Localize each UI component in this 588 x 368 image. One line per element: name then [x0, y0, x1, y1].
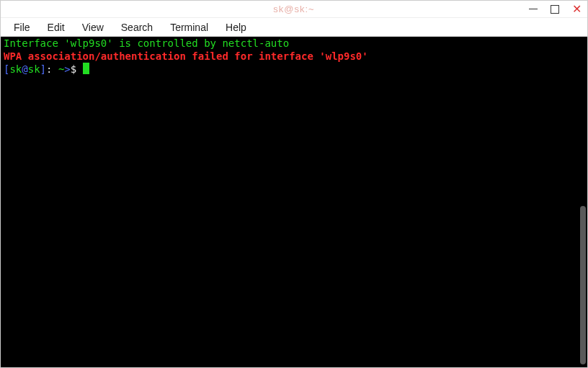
prompt-bracket: ]: [40, 63, 46, 75]
prompt-user: sk: [9, 63, 22, 75]
menu-edit[interactable]: Edit: [40, 20, 72, 35]
prompt-host: sk: [28, 63, 40, 75]
menu-file[interactable]: File: [6, 20, 37, 35]
window-controls: ✕: [527, 3, 583, 16]
prompt-sep: :: [46, 63, 58, 75]
close-button[interactable]: ✕: [570, 3, 583, 16]
terminal-area[interactable]: Interface 'wlp9s0' is controlled by netc…: [1, 37, 587, 367]
terminal-content: Interface 'wlp9s0' is controlled by netc…: [1, 37, 587, 76]
window-title: sk@sk:~: [273, 4, 314, 14]
output-line: Interface 'wlp9s0' is controlled by netc…: [4, 37, 289, 49]
prompt-at: @: [22, 63, 27, 75]
menubar: File Edit View Search Terminal Help: [1, 18, 587, 37]
minimize-button[interactable]: [527, 3, 540, 16]
error-line: WPA association/authentication failed fo…: [4, 50, 368, 62]
prompt-arrow: >: [64, 63, 70, 75]
menu-search[interactable]: Search: [114, 20, 160, 35]
menu-view[interactable]: View: [75, 20, 111, 35]
menu-terminal[interactable]: Terminal: [163, 20, 215, 35]
terminal-window: sk@sk:~ ✕ File Edit View Search Terminal…: [0, 0, 588, 368]
cursor-icon: [83, 63, 89, 74]
scrollbar[interactable]: [580, 206, 586, 364]
menu-help[interactable]: Help: [218, 20, 254, 35]
maximize-button[interactable]: [548, 3, 561, 16]
prompt-dollar: $: [71, 63, 83, 75]
titlebar: sk@sk:~ ✕: [1, 1, 587, 18]
